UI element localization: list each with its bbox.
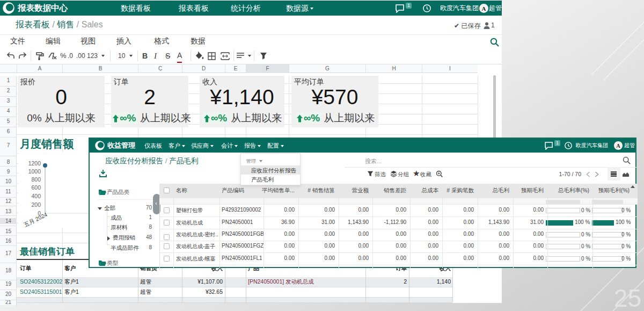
svg-text:1000: 1000	[28, 168, 41, 175]
svg-text:A: A	[616, 143, 620, 149]
svg-text:五月 2024: 五月 2024	[23, 211, 48, 228]
svg-text:800: 800	[31, 176, 41, 183]
svg-text:A: A	[482, 5, 486, 12]
svg-text:400: 400	[31, 193, 41, 199]
svg-text:200: 200	[31, 201, 41, 208]
svg-text:600: 600	[31, 184, 41, 191]
svg-text:1200: 1200	[28, 160, 41, 167]
